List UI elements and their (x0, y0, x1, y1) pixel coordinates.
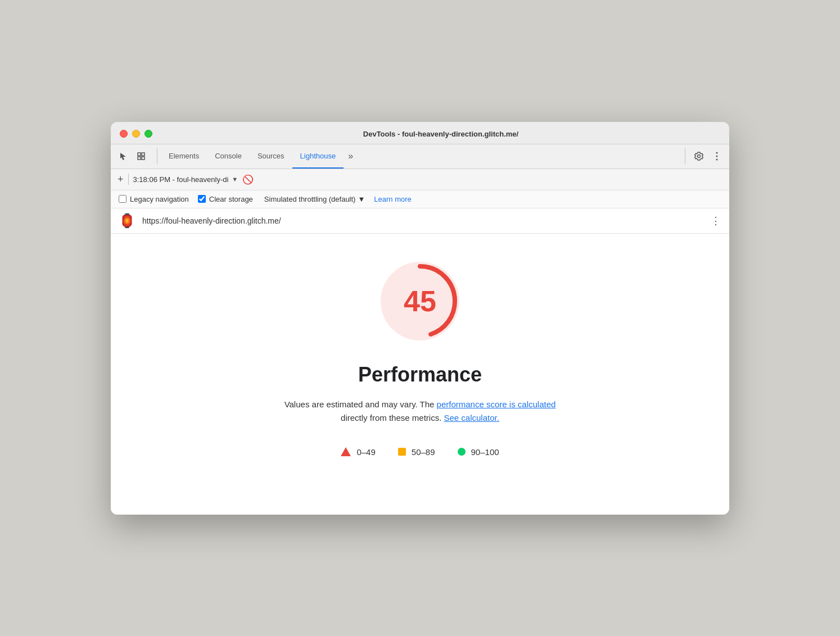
dropdown-arrow-icon: ▼ (232, 176, 238, 183)
clear-storage-input[interactable] (198, 195, 206, 203)
minimize-button[interactable] (132, 130, 140, 138)
more-options-btn[interactable] (709, 148, 725, 164)
svg-rect-3 (142, 157, 144, 160)
orange-square-icon (398, 448, 406, 456)
performance-title: Performance (358, 363, 482, 387)
title-bar: DevTools - foul-heavenly-direction.glitc… (111, 122, 729, 144)
legend-red-range: 0–49 (356, 447, 375, 457)
legend-item-orange: 50–89 (398, 447, 435, 457)
toolbar-right (681, 148, 725, 164)
perf-score-link[interactable]: performance score is calculated (437, 399, 556, 409)
green-circle-icon (458, 448, 466, 456)
clear-storage-label: Clear storage (209, 195, 253, 203)
cursor-icon-btn[interactable] (115, 148, 131, 164)
legend-item-red: 0–49 (341, 447, 375, 457)
tab-sources[interactable]: Sources (250, 144, 292, 169)
legacy-nav-input[interactable] (119, 195, 127, 203)
svg-rect-2 (138, 157, 141, 160)
svg-rect-1 (142, 153, 144, 156)
more-tabs-btn[interactable]: » (344, 144, 358, 169)
devtools-toolbar: Elements Console Sources Lighthouse » (111, 144, 729, 169)
throttling-dropdown-arrow: ▼ (358, 195, 365, 203)
maximize-button[interactable] (144, 130, 152, 138)
secondary-toolbar: + 3:18:06 PM - foul-heavenly-di ▼ 🚫 (111, 169, 729, 190)
site-url: https://foul-heavenly-direction.glitch.m… (142, 216, 704, 225)
browser-window: DevTools - foul-heavenly-direction.glitc… (111, 122, 729, 515)
url-section[interactable]: 3:18:06 PM - foul-heavenly-di ▼ (133, 175, 238, 184)
svg-point-5 (716, 156, 718, 157)
learn-more-link[interactable]: Learn more (374, 195, 411, 203)
svg-point-6 (716, 159, 718, 161)
description-text: Values are estimated and may vary. The p… (284, 398, 556, 425)
legacy-navigation-checkbox[interactable]: Legacy navigation (119, 195, 189, 203)
tab-list: Elements Console Sources Lighthouse » (161, 144, 681, 169)
lighthouse-logo-icon: 🏮 (119, 213, 136, 229)
window-title: DevTools - foul-heavenly-direction.glitc… (161, 130, 720, 138)
options-bar: Legacy navigation Clear storage Simulate… (111, 190, 729, 208)
legend: 0–49 50–89 90–100 (341, 447, 499, 457)
svg-rect-0 (138, 153, 141, 156)
legacy-nav-label: Legacy navigation (130, 195, 189, 203)
secondary-divider (128, 174, 129, 185)
clear-storage-checkbox[interactable]: Clear storage (198, 195, 253, 203)
url-time-text: 3:18:06 PM - foul-heavenly-di (133, 175, 229, 184)
add-button[interactable]: + (118, 174, 124, 184)
svg-point-4 (716, 152, 718, 154)
url-row-more-btn[interactable]: ⋮ (711, 215, 721, 227)
toolbar-divider (157, 148, 157, 164)
score-number: 45 (404, 284, 436, 318)
url-row: 🏮 https://foul-heavenly-direction.glitch… (111, 208, 729, 234)
red-triangle-icon (341, 447, 351, 456)
main-content: 45 Performance Values are estimated and … (111, 234, 729, 515)
score-container: 45 (375, 256, 465, 346)
throttling-label: Simulated throttling (default) (264, 195, 356, 203)
calculator-link[interactable]: See calculator. (444, 413, 499, 423)
toolbar-right-divider (685, 148, 685, 164)
legend-green-range: 90–100 (471, 447, 499, 457)
no-entry-icon[interactable]: 🚫 (242, 174, 254, 185)
description-part1: Values are estimated and may vary. The (284, 399, 437, 409)
throttling-dropdown[interactable]: Simulated throttling (default) ▼ (264, 195, 365, 203)
tab-console[interactable]: Console (207, 144, 250, 169)
toolbar-icons (115, 148, 149, 164)
description-part2: directly from these metrics. (341, 413, 444, 423)
legend-item-green: 90–100 (458, 447, 499, 457)
settings-icon-btn[interactable] (691, 148, 707, 164)
tab-lighthouse[interactable]: Lighthouse (292, 144, 344, 169)
inspect-icon-btn[interactable] (133, 148, 149, 164)
tab-elements[interactable]: Elements (161, 144, 207, 169)
traffic-lights (120, 130, 152, 138)
legend-orange-range: 50–89 (412, 447, 435, 457)
close-button[interactable] (120, 130, 128, 138)
